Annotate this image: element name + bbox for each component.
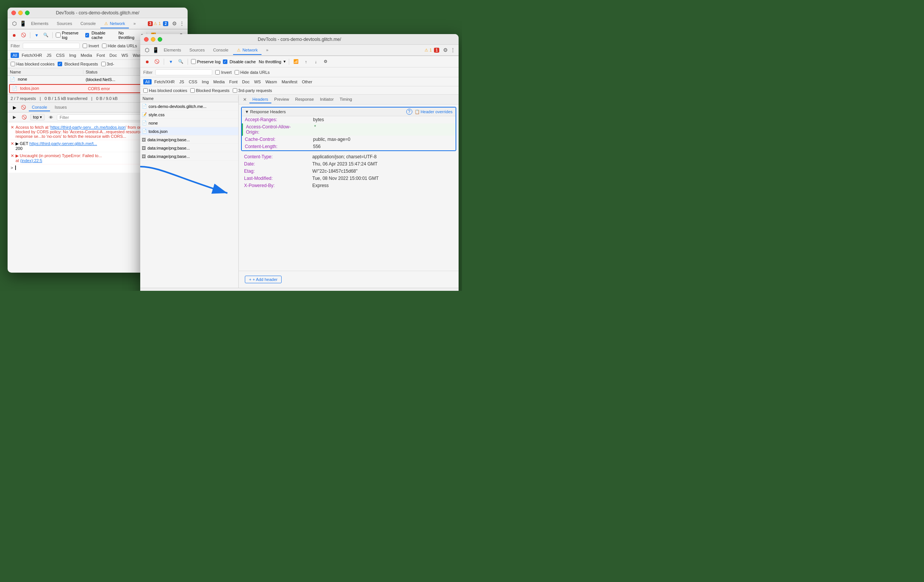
more-icon-back[interactable]: ⋮ bbox=[179, 20, 185, 26]
preserve-log-cb-back[interactable] bbox=[56, 33, 61, 38]
blocked-requests-cb-front[interactable] bbox=[190, 88, 195, 93]
tab-sources-back[interactable]: Sources bbox=[53, 20, 76, 28]
net-item-img3-front[interactable]: 🖼 data:image/png;base... bbox=[140, 152, 238, 161]
type-img-front[interactable]: Img bbox=[200, 79, 211, 84]
third-party-cb-front[interactable] bbox=[233, 88, 237, 93]
net-item-none-front[interactable]: 📄 none bbox=[140, 119, 238, 127]
minimize-button-back[interactable] bbox=[18, 11, 23, 15]
tab-sources-front[interactable]: Sources bbox=[186, 46, 208, 54]
third-party-label-back[interactable]: 3rd- bbox=[101, 62, 114, 66]
response-help-icon-front[interactable]: ? bbox=[406, 109, 412, 115]
console-clear-back[interactable]: 🚫 bbox=[20, 104, 27, 111]
type-font-back[interactable]: Font bbox=[95, 53, 107, 58]
type-js-back[interactable]: JS bbox=[45, 53, 53, 58]
panel-tab-headers-front[interactable]: Headers bbox=[249, 96, 271, 104]
panel-tab-timing-front[interactable]: Timing bbox=[337, 96, 355, 104]
disable-cache-cb-front[interactable]: ✓ bbox=[223, 59, 228, 64]
has-blocked-cookies-cb-front[interactable] bbox=[143, 88, 148, 93]
hide-data-urls-label-back[interactable]: Hide data URLs bbox=[102, 44, 137, 48]
type-media-back[interactable]: Media bbox=[79, 53, 94, 58]
console-toggle-back[interactable]: ▶ bbox=[11, 104, 18, 111]
maximize-button-front[interactable] bbox=[158, 37, 162, 42]
more-icon-front[interactable]: ⋮ bbox=[450, 47, 455, 53]
header-overrides-link-front[interactable]: 📋 Header overrides bbox=[415, 109, 452, 114]
tab-console-back[interactable]: Console bbox=[77, 20, 99, 28]
invert-cb-front[interactable] bbox=[215, 70, 220, 75]
console-tab-issues-back[interactable]: Issues bbox=[51, 104, 70, 111]
type-img-back[interactable]: Img bbox=[68, 53, 78, 58]
net-item-todos-front[interactable]: 📄 todos.json bbox=[140, 127, 238, 136]
add-header-button-front[interactable]: + + Add header bbox=[245, 276, 282, 283]
has-blocked-cookies-cb-back[interactable] bbox=[11, 62, 15, 66]
net-item-img2-front[interactable]: 🖼 data:image/png;base... bbox=[140, 144, 238, 152]
type-ws-back[interactable]: WS bbox=[119, 53, 130, 58]
search-icon-front[interactable]: 🔍 bbox=[177, 58, 185, 66]
tab-network-back[interactable]: ⚠ Network bbox=[101, 20, 129, 28]
blocked-requests-cb-back[interactable]: ✓ bbox=[58, 62, 62, 66]
link-4-back[interactable]: (index):22:5 bbox=[20, 158, 42, 163]
tab-more-front[interactable]: » bbox=[262, 46, 272, 54]
type-doc-back[interactable]: Doc bbox=[108, 53, 119, 58]
tab-more-back[interactable]: » bbox=[130, 20, 139, 28]
panel-close-front[interactable]: ✕ bbox=[242, 97, 248, 103]
hide-data-urls-label-front[interactable]: Hide data URLs bbox=[234, 70, 270, 75]
minimize-button-front[interactable] bbox=[151, 37, 155, 42]
panel-tab-initiator-front[interactable]: Initiator bbox=[317, 96, 337, 104]
no-throttling-select-back[interactable]: No throttling bbox=[118, 31, 139, 40]
type-js-front[interactable]: JS bbox=[177, 79, 186, 84]
panel-tab-preview-front[interactable]: Preview bbox=[271, 96, 292, 104]
maximize-button-back[interactable] bbox=[25, 11, 30, 15]
stop-recording-front[interactable]: ⏺ bbox=[143, 58, 151, 66]
download-icon-front[interactable]: ↓ bbox=[312, 58, 320, 66]
has-blocked-cookies-label-back[interactable]: Has blocked cookies bbox=[11, 62, 54, 66]
net-item-style-front[interactable]: 📝 style.css bbox=[140, 110, 238, 119]
disable-cache-label-front[interactable]: ✓ Disable cache bbox=[223, 59, 256, 64]
close-button-back[interactable] bbox=[12, 11, 16, 15]
clear-back[interactable]: 🚫 bbox=[20, 31, 26, 39]
console-filter-back[interactable]: 🚫 bbox=[20, 113, 28, 121]
type-css-front[interactable]: CSS bbox=[187, 79, 200, 84]
third-party-cb-back[interactable] bbox=[101, 62, 106, 66]
console-eye-back[interactable]: 👁 bbox=[47, 113, 54, 121]
type-other-front[interactable]: Other bbox=[300, 79, 314, 84]
type-doc-front[interactable]: Doc bbox=[240, 79, 252, 84]
filter-icon-front[interactable]: ▼ bbox=[167, 58, 175, 66]
hide-data-urls-cb-front[interactable] bbox=[234, 70, 239, 75]
disable-cache-label-back[interactable]: ✓ Disable cache bbox=[85, 31, 116, 40]
invert-label-back[interactable]: Invert bbox=[82, 44, 99, 48]
type-css-back[interactable]: CSS bbox=[54, 53, 67, 58]
clear-front[interactable]: 🚫 bbox=[153, 58, 161, 66]
filter-icon-back[interactable]: ▼ bbox=[33, 31, 40, 39]
net-item-img1-front[interactable]: 🖼 data:image/png;base... bbox=[140, 136, 238, 144]
preserve-log-cb-front[interactable] bbox=[191, 59, 196, 64]
preserve-log-label-front[interactable]: Preserve log bbox=[191, 59, 221, 64]
tab-elements-back[interactable]: Elements bbox=[27, 20, 52, 28]
invert-cb-back[interactable] bbox=[82, 44, 87, 48]
no-throttling-front[interactable]: No throttling bbox=[259, 59, 281, 64]
throttle-arrow-front[interactable]: ▾ bbox=[284, 59, 286, 64]
devtools-icon-back[interactable]: ⬡ bbox=[11, 20, 18, 27]
third-party-label-front[interactable]: 3rd-party requests bbox=[233, 88, 272, 93]
settings-icon-2-front[interactable]: ⚙ bbox=[322, 58, 329, 66]
console-tab-console-back[interactable]: Console bbox=[29, 104, 50, 111]
has-blocked-cookies-label-front[interactable]: Has blocked cookies bbox=[143, 88, 187, 93]
type-ws-front[interactable]: WS bbox=[252, 79, 262, 84]
type-fetch-back[interactable]: Fetch/XHR bbox=[20, 53, 44, 58]
upload-icon-front[interactable]: ↑ bbox=[302, 58, 310, 66]
tab-network-front[interactable]: ⚠ Network bbox=[233, 46, 262, 55]
invert-label-front[interactable]: Invert bbox=[215, 70, 231, 75]
device-icon-front[interactable]: 📱 bbox=[152, 46, 159, 54]
close-button-front[interactable] bbox=[144, 37, 148, 42]
console-level-back[interactable]: top ▾ bbox=[30, 114, 45, 120]
panel-tab-response-front[interactable]: Response bbox=[292, 96, 317, 104]
hide-data-urls-cb-back[interactable] bbox=[102, 44, 107, 48]
blocked-requests-label-back[interactable]: ✓ Blocked Requests bbox=[58, 62, 98, 66]
search-icon-back[interactable]: 🔍 bbox=[43, 31, 49, 39]
type-all-front[interactable]: All bbox=[143, 79, 152, 84]
blocked-requests-label-front[interactable]: Blocked Requests bbox=[190, 88, 230, 93]
console-sidebar-back[interactable]: ▶ bbox=[11, 113, 18, 121]
settings-icon-back[interactable]: ⚙ bbox=[172, 20, 177, 26]
type-font-front[interactable]: Font bbox=[228, 79, 239, 84]
type-fetch-front[interactable]: Fetch/XHR bbox=[152, 79, 177, 84]
network-icon-front[interactable]: 📶 bbox=[292, 58, 300, 66]
